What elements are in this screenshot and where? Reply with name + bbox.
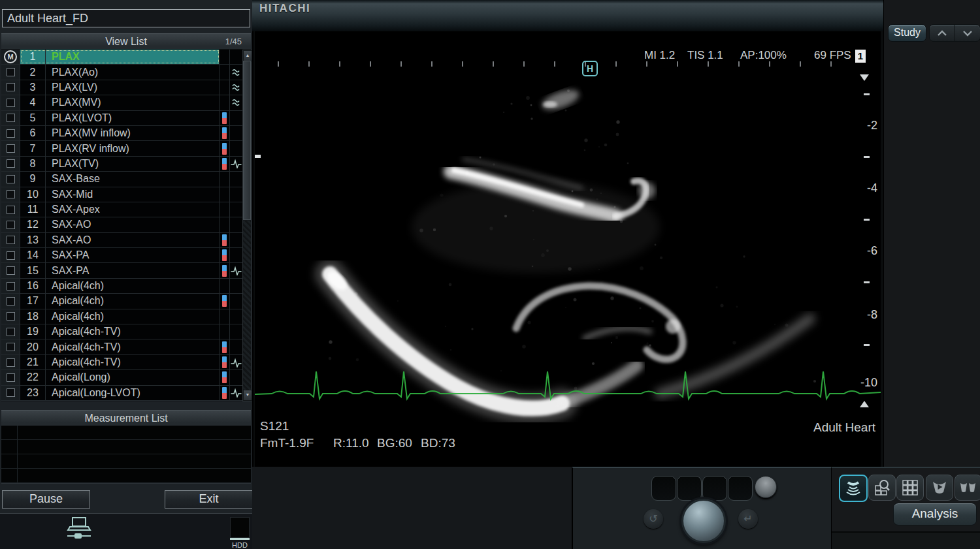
row-checkbox-cell[interactable] <box>1 309 20 324</box>
softkey-4[interactable] <box>728 476 753 501</box>
view-list-row[interactable]: 8PLAX(TV) <box>1 157 242 172</box>
row-checkbox[interactable] <box>7 68 15 76</box>
row-select-group[interactable]: 9SAX-Base <box>20 172 220 186</box>
enter-button[interactable]: ↵ <box>738 509 758 529</box>
view-list-row[interactable]: M1PLAX <box>1 50 242 65</box>
row-checkbox[interactable] <box>7 83 15 91</box>
row-checkbox-cell[interactable] <box>1 111 20 125</box>
dual-view-button[interactable] <box>955 475 980 501</box>
view-list-row[interactable]: 23Apical(Long-LVOT) <box>1 386 242 401</box>
trackball[interactable] <box>681 499 726 543</box>
row-checkbox-cell[interactable] <box>1 141 20 155</box>
row-select-group[interactable]: 6PLAX(MV inflow) <box>20 126 220 140</box>
scrollbar-thumb[interactable] <box>243 61 251 220</box>
row-select-group[interactable]: 19Apical(4ch-TV) <box>20 324 220 339</box>
row-select-group[interactable]: 20Apical(4ch-TV) <box>20 339 220 354</box>
row-checkbox[interactable] <box>7 129 15 138</box>
row-checkbox-cell[interactable] <box>1 233 20 247</box>
row-select-group[interactable]: 8PLAX(TV) <box>20 157 220 171</box>
view-list-row[interactable]: 21Apical(4ch-TV) <box>1 355 242 370</box>
view-list-row[interactable]: 4PLAX(MV) <box>1 95 242 110</box>
image-search-button[interactable] <box>868 475 896 501</box>
row-select-group[interactable]: 4PLAX(MV) <box>20 95 220 110</box>
row-checkbox-cell[interactable] <box>1 65 20 79</box>
softkey-1[interactable] <box>651 476 676 501</box>
row-select-group[interactable]: 22Apical(Long) <box>20 370 220 384</box>
row-checkbox[interactable] <box>7 221 15 229</box>
view-list-row[interactable]: 13SAX-AO <box>1 233 242 248</box>
view-list-row[interactable]: 9SAX-Base <box>1 172 242 187</box>
row-checkbox[interactable] <box>7 282 15 290</box>
row-checkbox-cell[interactable] <box>1 324 20 339</box>
row-checkbox[interactable] <box>7 312 15 321</box>
row-checkbox[interactable] <box>7 251 15 260</box>
row-checkbox-cell[interactable] <box>1 370 20 384</box>
view-list-row[interactable]: 18Apical(4ch) <box>1 309 242 324</box>
scroll-up-icon[interactable]: ▲ <box>243 50 252 61</box>
row-checkbox[interactable] <box>7 358 15 367</box>
row-checkbox[interactable] <box>7 373 15 382</box>
row-checkbox-cell[interactable] <box>1 80 20 95</box>
row-marker-cell[interactable]: M <box>1 50 20 64</box>
row-checkbox-cell[interactable] <box>1 202 20 217</box>
row-checkbox[interactable] <box>7 297 15 306</box>
row-select-group[interactable]: 15SAX-PA <box>20 263 220 277</box>
row-checkbox-cell[interactable] <box>1 248 20 262</box>
row-select-group[interactable]: 17Apical(4ch) <box>20 294 220 308</box>
row-checkbox[interactable] <box>7 175 15 183</box>
study-button[interactable]: Study <box>888 24 926 42</box>
row-checkbox-cell[interactable] <box>1 263 20 277</box>
scrollbar-track[interactable] <box>243 221 251 392</box>
row-select-group[interactable]: 10SAX-Mid <box>20 187 220 202</box>
row-checkbox[interactable] <box>7 114 15 122</box>
row-checkbox[interactable] <box>7 190 15 198</box>
study-next-button[interactable] <box>955 24 980 42</box>
view-list-row[interactable]: 20Apical(4ch-TV) <box>1 339 242 354</box>
row-select-group[interactable]: 11SAX-Apex <box>20 202 220 217</box>
view-list-row[interactable]: 12SAX-AO <box>1 217 242 232</box>
row-select-group[interactable]: 18Apical(4ch) <box>20 309 220 324</box>
row-checkbox[interactable] <box>7 159 15 168</box>
view-list-scrollbar[interactable]: ▲ ▼ <box>242 50 252 401</box>
view-list-row[interactable]: 7PLAX(RV inflow) <box>1 141 242 156</box>
view-list-row[interactable]: 3PLAX(LV) <box>1 80 242 95</box>
view-list-row[interactable]: 11SAX-Apex <box>1 202 242 217</box>
view-list-row[interactable]: 16Apical(4ch) <box>1 279 242 294</box>
row-checkbox-cell[interactable] <box>1 217 20 232</box>
view-list-row[interactable]: 2PLAX(Ao) <box>1 65 242 80</box>
row-checkbox[interactable] <box>7 236 15 244</box>
row-checkbox[interactable] <box>7 144 15 153</box>
rotary-knob[interactable] <box>755 476 777 498</box>
row-select-group[interactable]: 7PLAX(RV inflow) <box>20 141 220 155</box>
row-checkbox-cell[interactable] <box>1 355 20 369</box>
view-list-row[interactable]: 10SAX-Mid <box>1 187 242 202</box>
row-checkbox-cell[interactable] <box>1 157 20 171</box>
row-select-group[interactable]: 13SAX-AO <box>20 233 220 247</box>
preset-name-input[interactable] <box>2 9 250 27</box>
pause-button[interactable]: Pause <box>2 490 90 509</box>
thumbnail-grid-button[interactable] <box>896 475 924 501</box>
row-checkbox-cell[interactable] <box>1 126 20 140</box>
softkey-3[interactable] <box>702 476 727 501</box>
row-select-group[interactable]: 16Apical(4ch) <box>20 279 220 293</box>
row-select-group[interactable]: 21Apical(4ch-TV) <box>20 355 220 369</box>
row-checkbox[interactable] <box>7 99 15 107</box>
undo-button[interactable]: ↺ <box>644 509 663 529</box>
row-checkbox-cell[interactable] <box>1 187 20 202</box>
view-list-row[interactable]: 22Apical(Long) <box>1 370 242 385</box>
row-checkbox-cell[interactable] <box>1 172 20 186</box>
row-checkbox-cell[interactable] <box>1 294 20 308</box>
view-list-row[interactable]: 19Apical(4ch-TV) <box>1 324 242 339</box>
analysis-button[interactable]: Analysis <box>893 503 977 525</box>
row-checkbox-cell[interactable] <box>1 279 20 293</box>
row-checkbox-cell[interactable] <box>1 386 20 400</box>
row-select-group[interactable]: 3PLAX(LV) <box>20 80 220 95</box>
row-checkbox[interactable] <box>7 266 15 275</box>
row-select-group[interactable]: 1PLAX <box>20 50 220 64</box>
row-select-group[interactable]: 23Apical(Long-LVOT) <box>20 386 220 400</box>
view-list-row[interactable]: 14SAX-PA <box>1 248 242 263</box>
live-scan-button[interactable] <box>839 475 868 502</box>
view-list-row[interactable]: 15SAX-PA <box>1 263 242 278</box>
row-select-group[interactable]: 2PLAX(Ao) <box>20 65 220 79</box>
cine-review-button[interactable] <box>926 475 953 501</box>
